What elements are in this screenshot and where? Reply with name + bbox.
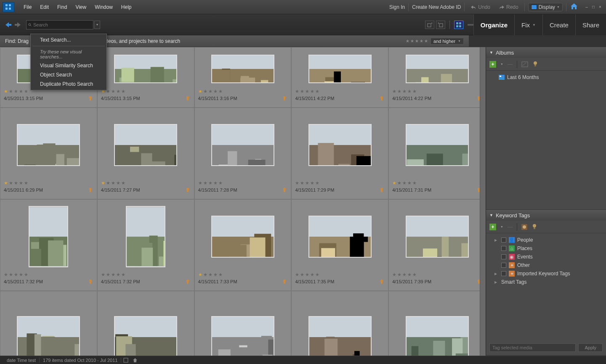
thumbnail-image[interactable] (211, 124, 274, 166)
tip-icon[interactable] (532, 61, 538, 68)
rating-stars[interactable]: ★★★★★ (198, 180, 288, 186)
add-tag-button[interactable]: + (489, 224, 496, 230)
thumbnail-image[interactable] (308, 55, 372, 83)
rating-stars[interactable]: ★★★★★ (295, 89, 385, 94)
tip-icon[interactable] (532, 224, 537, 230)
rating-stars[interactable]: ★★★★★ (198, 272, 288, 277)
menu-edit[interactable]: Edit (36, 4, 53, 10)
rating-stars[interactable]: ★★★★★ (101, 89, 191, 94)
thumbnail-cell[interactable]: ★★★★★4/15/2011 3:16 PM (194, 47, 292, 108)
display-button[interactable]: Display▼ (528, 3, 563, 11)
window-minimize[interactable]: – (584, 5, 589, 10)
thumbnail-cell[interactable]: ★★★★★4/15/2011 7:27 PM (97, 108, 194, 199)
thumbnail-image[interactable] (308, 124, 372, 166)
tag-places[interactable]: ⌂Places (486, 244, 606, 253)
thumbnail-cell[interactable]: ★★★★★4/15/2011 7:31 PM (388, 108, 486, 199)
thumbnail-cell[interactable]: ★★★★★4/15/2011 6:29 PM (0, 108, 97, 199)
status-icon-1[interactable] (123, 357, 129, 363)
tag-input[interactable] (489, 343, 576, 352)
tab-create[interactable]: Create (542, 14, 575, 35)
thumbnail-cell[interactable] (97, 291, 194, 356)
tab-share[interactable]: Share (575, 14, 606, 35)
thumbnail-image[interactable] (17, 124, 80, 166)
thumbnail-image[interactable] (308, 216, 372, 258)
face-icon[interactable] (521, 224, 527, 230)
rating-stars[interactable]: ★★★★★ (295, 272, 385, 277)
thumbnail-image[interactable] (114, 124, 177, 166)
rating-stars[interactable]: ★★★★★ (392, 180, 482, 186)
dd-text-search[interactable]: Text Search... (31, 35, 106, 45)
thumbnail-cell[interactable]: ★★★★★4/15/2011 7:35 PM (291, 199, 388, 291)
thumbnail-cell[interactable]: ★★★★★4/15/2011 3:15 PM (97, 47, 194, 108)
thumbnail-cell[interactable]: ★★★★★4/15/2011 7:28 PM (194, 108, 292, 199)
home-icon[interactable] (570, 3, 578, 11)
sign-in-link[interactable]: Sign In (389, 4, 405, 10)
search-box[interactable] (26, 20, 93, 29)
tab-organize[interactable]: Organize (473, 14, 514, 35)
thumbnail-image[interactable] (406, 216, 469, 258)
thumbnail-image[interactable] (17, 316, 80, 356)
nav-forward-button[interactable] (13, 21, 22, 29)
thumbnail-image[interactable] (406, 124, 469, 166)
rating-stars[interactable]: ★★★★★ (101, 180, 191, 186)
search-dropdown-button[interactable]: ▼ (94, 21, 100, 29)
rating-filter-stars[interactable]: ★★★★★ (406, 39, 428, 43)
thumbnail-image[interactable] (126, 206, 165, 267)
tag-other[interactable]: ✦Other (486, 261, 606, 269)
tab-fix[interactable]: Fix▼ (514, 14, 542, 35)
thumbnail-image[interactable] (211, 216, 274, 258)
album-item[interactable]: Last 6 Months (486, 73, 606, 82)
thumbnail-cell[interactable]: ★★★★★4/15/2011 7:29 PM (291, 108, 388, 199)
rating-stars[interactable]: ★★★★★ (101, 272, 191, 277)
rating-stars[interactable]: ★★★★★ (295, 180, 385, 186)
dd-visual-search[interactable]: Visual Similarity Search (31, 61, 106, 70)
thumbnail-cell[interactable]: ★★★★★4/15/2011 7:39 PM (388, 199, 486, 291)
thumbnail-image[interactable] (406, 55, 469, 83)
scrollbar[interactable] (480, 47, 486, 356)
edit-icon[interactable] (521, 61, 528, 67)
menu-file[interactable]: File (19, 4, 36, 10)
window-close[interactable]: × (598, 5, 603, 10)
rotate-left-icon[interactable] (425, 21, 434, 29)
smart-tags[interactable]: ▶Smart Tags (486, 278, 606, 286)
undo-button[interactable]: Undo (468, 4, 493, 10)
redo-button[interactable]: Redo (496, 4, 521, 10)
tag-people[interactable]: ▶👤People (486, 236, 606, 244)
rating-stars[interactable]: ★★★★★ (392, 272, 482, 277)
rating-filter-dropdown[interactable]: and higher▼ (431, 38, 464, 45)
thumbnail-image[interactable] (114, 55, 177, 83)
keywords-header[interactable]: ▼Keyword Tags (486, 210, 606, 221)
albums-header[interactable]: ▼Albums (486, 47, 606, 58)
thumbnail-cell[interactable] (194, 291, 292, 356)
thumbnail-cell[interactable]: ★★★★★4/15/2011 7:32 PM (0, 199, 97, 291)
tag-events[interactable]: ◉Events (486, 253, 606, 261)
rating-stars[interactable]: ★★★★★ (198, 89, 288, 94)
rotate-right-icon[interactable] (436, 21, 445, 29)
menu-help[interactable]: Help (117, 4, 136, 10)
thumbnail-cell[interactable] (388, 291, 486, 356)
thumbnail-cell[interactable] (291, 291, 388, 356)
apply-button[interactable]: Apply (578, 343, 603, 352)
rating-stars[interactable]: ★★★★★ (4, 272, 93, 277)
dd-duplicate-search[interactable]: Duplicate Photo Search (31, 79, 106, 89)
app-logo[interactable] (3, 2, 14, 12)
add-album-button[interactable]: + (489, 61, 496, 68)
thumbnail-cell[interactable] (0, 291, 97, 356)
thumbnail-image[interactable] (211, 55, 274, 83)
menu-view[interactable]: View (71, 4, 90, 10)
thumbnail-image[interactable] (406, 316, 469, 356)
window-maximize[interactable]: □ (591, 5, 596, 10)
thumbnail-cell[interactable]: ★★★★★4/15/2011 7:32 PM (97, 199, 194, 291)
thumbnail-cell[interactable]: ★★★★★4/15/2011 4:22 PM (291, 47, 388, 108)
thumbnail-image[interactable] (211, 316, 274, 356)
thumbnail-image[interactable] (114, 316, 177, 356)
grid-view-icon[interactable] (454, 21, 463, 29)
menu-window[interactable]: Window (90, 4, 117, 10)
thumbnail-cell[interactable]: ★★★★★4/15/2011 7:33 PM (194, 199, 292, 291)
thumbnail-cell[interactable]: ★★★★★4/15/2011 4:22 PM (388, 47, 486, 108)
tag-imported[interactable]: ▶✦Imported Keyword Tags (486, 269, 606, 278)
nav-back-button[interactable] (4, 21, 13, 29)
search-input[interactable] (33, 22, 91, 27)
dd-object-search[interactable]: Object Search (31, 70, 106, 79)
thumbnail-image[interactable] (29, 206, 68, 267)
